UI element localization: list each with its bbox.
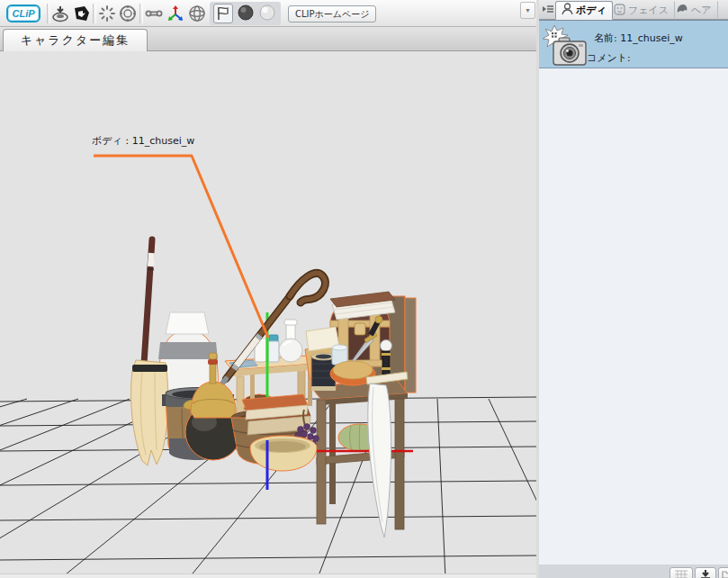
move-axis-icon [166, 4, 185, 23]
flag-icon [214, 12, 232, 25]
light-sphere-shading-button[interactable] [257, 4, 277, 23]
grid-view-icon [674, 569, 688, 578]
wireframe-sphere-button[interactable] [187, 4, 207, 23]
camera-angle-button[interactable] [72, 4, 92, 23]
clip-logo-button[interactable]: CLiP [6, 5, 40, 23]
dark-sphere-shading-button[interactable] [236, 4, 256, 23]
clip-homepage-button[interactable]: CLIPホームページ [288, 5, 376, 23]
import-button[interactable] [695, 567, 716, 578]
folder-icon [722, 569, 728, 578]
stage-figure-icon [50, 4, 70, 23]
extra-button[interactable] [718, 567, 728, 578]
material-list[interactable]: 名前: 11_chusei_w コメント: [539, 20, 728, 564]
lens-target-icon [118, 4, 138, 23]
selection-pointer-line [94, 156, 268, 338]
material-panel: ボディ フェイス ヘア [539, 0, 728, 578]
camera-thumbnail-icon [541, 23, 588, 70]
material-name: 名前: 11_chusei_w [594, 32, 683, 45]
viewport-scroll-strip[interactable] [0, 573, 536, 578]
tab-hair[interactable]: ヘア [670, 1, 718, 20]
tab-face[interactable]: フェイス [607, 1, 675, 20]
tab-face-label: フェイス [628, 4, 669, 17]
camera-angle-icon [72, 4, 92, 23]
lens-target-button[interactable] [118, 4, 138, 23]
hair-tab-icon [676, 3, 688, 18]
main-toolbar: CLiP [0, 0, 536, 27]
toolbar-separator [93, 4, 96, 23]
panel-menu-icon [542, 5, 554, 18]
light-button[interactable] [97, 4, 117, 23]
selected-material-item[interactable]: 名前: 11_chusei_w コメント: [539, 21, 728, 68]
light-icon [97, 4, 117, 23]
material-comment: コメント: [587, 51, 631, 65]
face-tab-icon [614, 3, 625, 18]
body-tab-icon [562, 3, 573, 18]
tab-body[interactable]: ボディ [555, 1, 613, 20]
selection-label: ボディ：11_chusei_w [92, 134, 194, 148]
bone-button[interactable] [144, 4, 164, 23]
tab-hair-label: ヘア [691, 4, 712, 17]
dark-sphere-icon [237, 11, 255, 24]
panel-bottom-bar [539, 564, 728, 578]
3d-viewport[interactable]: ボディ：11_chusei_w [0, 51, 536, 573]
3d-scene [0, 51, 536, 573]
tab-character-edit[interactable]: キャラクター編集 [3, 29, 148, 51]
display-toggle-group [210, 2, 281, 25]
grid-view-button[interactable] [670, 567, 693, 578]
panel-menu-button[interactable] [541, 3, 554, 18]
toolbar-overflow-button[interactable]: ▼ [520, 2, 535, 19]
move-axis-button[interactable] [166, 4, 185, 23]
wireframe-sphere-icon [187, 4, 207, 23]
import-arrow-icon [699, 569, 712, 578]
document-tab-bar: キャラクター編集 [0, 27, 536, 51]
panel-tab-bar: ボディ フェイス ヘア [539, 0, 728, 20]
stage-figure-button[interactable] [50, 4, 70, 23]
editor-pane: CLiP [0, 0, 536, 578]
flag-toggle-button[interactable] [213, 4, 233, 23]
tab-body-label: ボディ [576, 4, 607, 17]
toolbar-separator [139, 4, 143, 23]
bone-icon [144, 4, 164, 23]
light-sphere-icon [258, 11, 276, 24]
